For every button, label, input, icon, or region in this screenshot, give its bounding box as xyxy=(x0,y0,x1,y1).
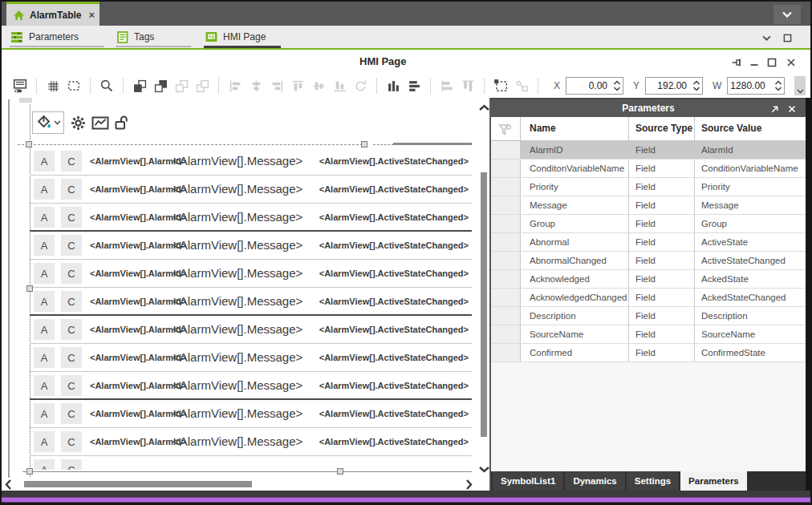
alarm-confirm-button[interactable]: C xyxy=(61,319,82,340)
distribute-vertical-icon[interactable] xyxy=(404,76,424,95)
alarm-ack-button[interactable]: A xyxy=(34,151,55,172)
alarm-ack-button[interactable]: A xyxy=(34,263,55,284)
alarm-ack-button[interactable]: A xyxy=(34,235,55,256)
tab-hmi-page[interactable]: HMI Page xyxy=(202,26,282,48)
selection-handle[interactable] xyxy=(337,468,343,475)
x-spinner[interactable] xyxy=(611,78,623,94)
distribute-horizontal-icon[interactable] xyxy=(384,76,403,95)
alarm-ack-button[interactable]: A xyxy=(34,375,55,396)
parameter-row[interactable]: SourceNameFieldSourceName xyxy=(491,325,806,344)
alarm-table-row[interactable]: AC<AlarmView[].AlarmId><AlarmView[].Mess… xyxy=(30,204,472,232)
y-input[interactable]: 192.00 xyxy=(645,77,703,95)
close-icon[interactable] xyxy=(785,56,798,69)
parameter-row[interactable]: AcknowledgedFieldAckedState xyxy=(491,270,806,289)
alarm-table-row[interactable]: AC<AlarmView[].AlarmId><AlarmView[].Mess… xyxy=(30,232,472,260)
alarm-table-row[interactable]: AC<AlarmView[].AlarmId><AlarmView[].Mess… xyxy=(30,147,472,176)
alarm-confirm-button[interactable]: C xyxy=(61,291,82,312)
parameter-row[interactable]: MessageFieldMessage xyxy=(491,196,806,215)
alarm-confirm-button[interactable]: C xyxy=(61,431,82,452)
alarm-table-row[interactable]: AC<AlarmView[].AlarmId><AlarmView[].Mess… xyxy=(30,400,472,428)
alarm-confirm-button[interactable]: C xyxy=(61,347,82,368)
alarm-table-row[interactable]: AC<AlarmView[].AlarmId><AlarmView[].Mess… xyxy=(30,316,472,344)
alarm-confirm-button[interactable]: C xyxy=(61,179,82,200)
alarm-ack-button[interactable]: A xyxy=(34,207,55,228)
lock-button[interactable] xyxy=(112,111,132,134)
tab-dynamics[interactable]: Dynamics xyxy=(565,471,624,491)
tab-tags[interactable]: Tags xyxy=(114,26,193,48)
parameter-row[interactable]: GroupFieldGroup xyxy=(491,215,806,233)
alarm-confirm-button[interactable]: C xyxy=(61,263,82,284)
parameters-panel-header[interactable]: Parameters xyxy=(491,98,806,117)
horizontal-scroll-thumb[interactable] xyxy=(24,481,252,487)
design-canvas[interactable]: AC<AlarmView[].AlarmId><AlarmView[].Mess… xyxy=(2,98,478,491)
alarm-table-row[interactable]: AC<AlarmView[].AlarmId><AlarmView[].Mess… xyxy=(30,344,472,372)
alarm-confirm-button[interactable]: C xyxy=(61,235,82,256)
parameter-row[interactable]: AbnormalFieldActiveState xyxy=(491,233,806,252)
close-panel-icon[interactable] xyxy=(786,103,798,115)
alarm-ack-button[interactable]: A xyxy=(34,291,55,312)
scroll-left-icon[interactable] xyxy=(2,478,14,491)
canvas-horizontal-scrollbar[interactable] xyxy=(2,478,478,491)
alarm-ack-button[interactable]: A xyxy=(34,459,55,470)
doctabs-dropdown-button[interactable] xyxy=(759,30,773,45)
alarm-table-row[interactable]: AC<AlarmView[].AlarmId><AlarmView[].Mess… xyxy=(30,288,472,316)
parameter-row[interactable]: AbnormalChangedFieldActiveStateChanged xyxy=(491,252,806,270)
parameter-row[interactable]: AlarmIDFieldAlarmId xyxy=(491,141,806,160)
alarm-table-control[interactable]: AC<AlarmView[].AlarmId><AlarmView[].Mess… xyxy=(30,147,472,470)
alarm-confirm-button[interactable]: C xyxy=(61,151,82,172)
selection-handle[interactable] xyxy=(361,141,367,147)
grid-icon[interactable] xyxy=(43,76,63,95)
tab-symbollist1[interactable]: SymbolList1 xyxy=(493,471,563,491)
bring-to-front-icon[interactable] xyxy=(130,76,149,95)
selection-handle[interactable] xyxy=(26,468,33,475)
parameter-row[interactable]: DescriptionFieldDescription xyxy=(491,307,806,325)
y-spinner[interactable] xyxy=(690,78,702,94)
alarm-ack-button[interactable]: A xyxy=(34,319,55,340)
pin-icon[interactable] xyxy=(730,56,743,69)
float-panel-icon[interactable] xyxy=(769,103,780,115)
send-to-back-icon[interactable] xyxy=(151,76,170,95)
alarm-ack-button[interactable]: A xyxy=(34,179,55,200)
alarm-ack-button[interactable]: A xyxy=(34,403,55,424)
alarm-table-row-partial[interactable]: AC xyxy=(30,456,472,470)
titlebar-dropdown-button[interactable] xyxy=(773,5,801,24)
selection-handle[interactable] xyxy=(26,285,33,292)
selection-handle[interactable] xyxy=(26,141,32,147)
parameter-row[interactable]: PriorityFieldPriority xyxy=(491,178,806,196)
tab-parameters-bottom[interactable]: Parameters xyxy=(680,471,747,491)
tab-settings[interactable]: Settings xyxy=(627,471,679,491)
alarm-table-row[interactable]: AC<AlarmView[].AlarmId><AlarmView[].Mess… xyxy=(30,428,472,456)
toolbar-overflow-button[interactable] xyxy=(794,76,806,95)
w-input[interactable]: 1280.00 xyxy=(727,77,785,95)
scroll-down-icon[interactable] xyxy=(478,463,489,475)
gear-button[interactable] xyxy=(67,111,89,134)
zoom-icon[interactable] xyxy=(97,76,116,95)
select-frame-icon[interactable] xyxy=(491,76,510,95)
x-input[interactable]: 0.00 xyxy=(566,77,623,95)
fill-color-button[interactable] xyxy=(32,111,64,134)
alarm-ack-button[interactable]: A xyxy=(34,431,55,452)
scroll-up-icon[interactable] xyxy=(478,101,489,114)
scroll-right-icon[interactable] xyxy=(462,478,475,491)
alarm-confirm-button[interactable]: C xyxy=(61,207,82,228)
w-spinner[interactable] xyxy=(772,78,784,94)
alarm-table-row[interactable]: AC<AlarmView[].AlarmId><AlarmView[].Mess… xyxy=(30,260,472,288)
doctabs-maximize-button[interactable] xyxy=(780,30,794,45)
selection-marquee-icon[interactable] xyxy=(64,76,83,95)
alarm-confirm-button[interactable]: C xyxy=(61,459,82,470)
app-tab-alarmtable[interactable]: AlarmTable × xyxy=(6,2,99,26)
vertical-scroll-thumb[interactable] xyxy=(481,172,487,437)
canvas-vertical-scrollbar[interactable] xyxy=(478,98,489,491)
filter-icon[interactable] xyxy=(498,123,512,136)
maximize-icon[interactable] xyxy=(765,56,778,69)
panel-toggle-icon[interactable] xyxy=(10,76,30,95)
alarm-table-row[interactable]: AC<AlarmView[].AlarmId><AlarmView[].Mess… xyxy=(30,372,472,400)
tab-parameters[interactable]: Parameters xyxy=(8,26,106,48)
parameter-row[interactable]: ConfirmedFieldConfirmedState xyxy=(491,344,806,362)
parameter-row[interactable]: AcknowledgedChangedFieldAckedStateChange… xyxy=(491,289,806,307)
alarm-table-row[interactable]: AC<AlarmView[].AlarmId><AlarmView[].Mess… xyxy=(30,176,472,204)
trend-button[interactable] xyxy=(89,111,112,134)
minimize-icon[interactable] xyxy=(748,56,761,69)
app-tab-close-icon[interactable]: × xyxy=(88,9,95,21)
alarm-confirm-button[interactable]: C xyxy=(61,375,82,396)
